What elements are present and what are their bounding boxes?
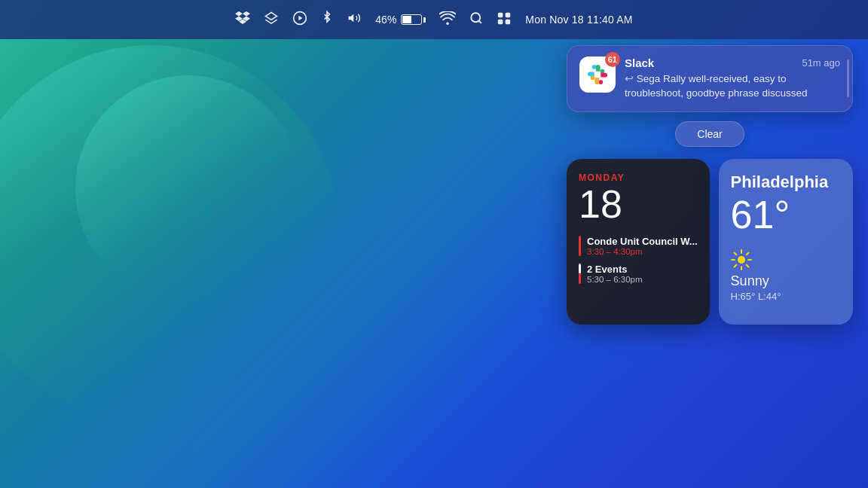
slack-content: Slack 51m ago ↩ Sega Rally well-received… xyxy=(625,56,840,101)
calendar-day-name: MONDAY xyxy=(579,172,698,183)
search-icon[interactable] xyxy=(469,11,483,29)
menu-bar: 46% xyxy=(0,0,868,39)
event1-time: 3:30 – 4:30pm xyxy=(587,247,698,256)
notification-area: 61 Slack 51m ago ↩ Sega Rally well-recei… xyxy=(567,45,853,325)
svg-point-4 xyxy=(472,13,481,22)
battery-indicator[interactable]: 46% xyxy=(375,14,426,26)
dropbox-icon[interactable] xyxy=(235,11,250,29)
svg-marker-0 xyxy=(266,12,277,20)
event2-info: 2 Events 5:30 – 6:30pm xyxy=(587,264,698,284)
event2-time: 5:30 – 6:30pm xyxy=(587,275,698,284)
svg-rect-9 xyxy=(506,19,511,24)
calendar-event-2: 2 Events 5:30 – 6:30pm xyxy=(579,264,698,284)
svg-point-13 xyxy=(591,75,595,80)
slack-time-ago: 51m ago xyxy=(802,57,840,69)
sun-icon xyxy=(731,249,752,270)
calendar-event-1: Conde Unit Council W... 3:30 – 4:30pm xyxy=(579,236,698,256)
event2-title: 2 Events xyxy=(587,264,698,275)
layers-icon[interactable] xyxy=(264,11,279,29)
slack-badge-count: 61 xyxy=(605,52,620,67)
weather-city: Philadelphia xyxy=(731,172,841,192)
battery-icon xyxy=(401,14,426,25)
event1-info: Conde Unit Council W... 3:30 – 4:30pm xyxy=(587,236,698,256)
calendar-widget[interactable]: MONDAY 18 Conde Unit Council W... 3:30 –… xyxy=(567,159,710,325)
control-center-icon[interactable] xyxy=(497,11,512,29)
clear-button-wrapper: Clear xyxy=(567,121,853,147)
svg-rect-7 xyxy=(506,12,511,17)
svg-point-22 xyxy=(738,256,745,264)
weather-widget[interactable]: Philadelphia 61° xyxy=(719,159,853,325)
slack-notification[interactable]: 61 Slack 51m ago ↩ Sega Rally well-recei… xyxy=(567,45,853,112)
weather-condition: Sunny xyxy=(731,273,841,289)
volume-icon[interactable] xyxy=(347,11,362,29)
slack-app-name: Slack xyxy=(625,56,654,69)
music-icon[interactable] xyxy=(292,11,307,29)
svg-line-21 xyxy=(734,264,736,267)
slack-header: Slack 51m ago xyxy=(625,56,840,69)
notification-scrollbar xyxy=(847,59,849,97)
sun-svg xyxy=(731,249,752,270)
weather-range: H:65° L:44° xyxy=(731,291,841,302)
weather-icon-row xyxy=(731,249,841,270)
svg-line-5 xyxy=(479,20,481,23)
slack-icon-wrapper: 61 xyxy=(579,56,616,93)
widgets-row: MONDAY 18 Conde Unit Council W... 3:30 –… xyxy=(567,159,853,325)
clear-button[interactable]: Clear xyxy=(675,121,744,147)
event2-line xyxy=(579,264,581,284)
svg-marker-3 xyxy=(349,14,354,22)
datetime-label: Mon Nov 18 11:40 AM xyxy=(525,14,632,26)
svg-rect-8 xyxy=(498,19,503,24)
svg-line-20 xyxy=(746,252,748,255)
svg-line-18 xyxy=(734,252,736,255)
svg-rect-6 xyxy=(498,12,503,17)
slack-message: ↩ Sega Rally well-received, easy to trou… xyxy=(625,72,840,101)
weather-temperature: 61° xyxy=(731,195,841,234)
svg-point-10 xyxy=(592,65,597,69)
svg-marker-2 xyxy=(299,15,303,20)
bluetooth-icon[interactable] xyxy=(321,11,333,29)
svg-point-12 xyxy=(598,80,603,84)
calendar-date: 18 xyxy=(579,185,698,224)
slack-message-prefix: ↩ xyxy=(625,73,637,84)
battery-percent-label: 46% xyxy=(375,14,396,26)
event1-line xyxy=(579,236,581,256)
wifi-icon[interactable] xyxy=(439,11,456,29)
svg-point-11 xyxy=(601,69,605,74)
slack-message-text: Sega Rally well-received, easy to troubl… xyxy=(625,73,807,99)
svg-line-19 xyxy=(746,264,748,267)
event1-title: Conde Unit Council W... xyxy=(587,236,698,247)
